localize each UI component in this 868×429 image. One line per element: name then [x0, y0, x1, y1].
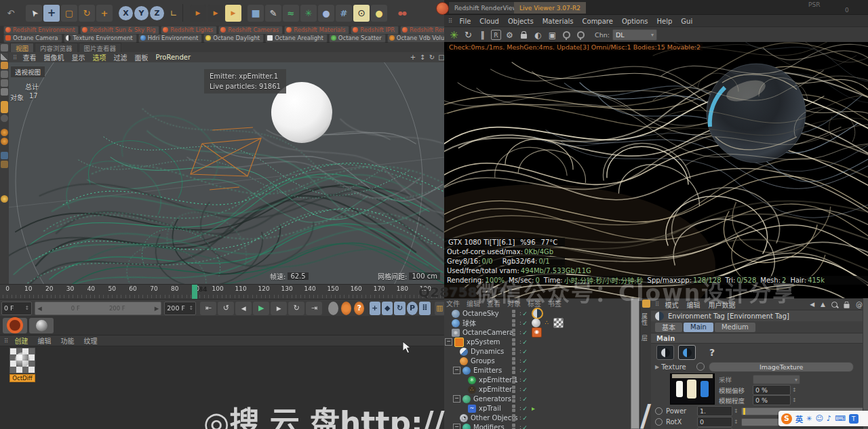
- pause-render-icon[interactable]: [477, 29, 488, 41]
- texture-node-icon[interactable]: [696, 363, 705, 371]
- goto-end-button[interactable]: [306, 302, 322, 315]
- mograph-icon[interactable]: [300, 5, 317, 22]
- octane-material-button[interactable]: [3, 318, 27, 333]
- section-header[interactable]: Main: [651, 333, 868, 344]
- workplane-lock-icon[interactable]: [1, 152, 8, 159]
- snap-icon[interactable]: [1, 129, 8, 136]
- octane-arealight-button[interactable]: Octane Arealight: [265, 34, 328, 43]
- quantize-icon[interactable]: [1, 138, 8, 145]
- rv-menu-help[interactable]: Help: [657, 18, 673, 25]
- ime-keyboard-icon[interactable]: ⌨: [835, 414, 846, 423]
- om-menu-bookmarks[interactable]: 书签: [548, 298, 561, 308]
- enable-check[interactable]: ✓: [519, 415, 528, 422]
- layer-toggle-dots[interactable]: [512, 414, 515, 422]
- enable-axis-icon[interactable]: [1, 101, 8, 113]
- ime-microphone-icon[interactable]: ♪: [827, 414, 831, 423]
- tab-basic[interactable]: 基本: [655, 323, 682, 332]
- enable-check[interactable]: ✓: [519, 320, 528, 327]
- enable-check[interactable]: ✓: [519, 310, 528, 317]
- am-menu-edit[interactable]: 编辑: [687, 300, 701, 310]
- side-tab-layers[interactable]: 层: [640, 335, 652, 341]
- active-panel-icon[interactable]: [642, 300, 650, 308]
- stepper-icon[interactable]: ↕: [734, 419, 738, 425]
- rv-menu-options[interactable]: Options: [622, 18, 648, 25]
- enable-check[interactable]: ✓: [519, 377, 528, 384]
- tree-row-emitters[interactable]: Emitters ✓: [445, 366, 639, 375]
- render-to-picture-viewer-icon[interactable]: [208, 5, 224, 22]
- film-region-icon[interactable]: [547, 29, 558, 41]
- end-frame-field[interactable]: 200 F↕: [164, 302, 196, 315]
- layer-toggle-dots[interactable]: [512, 319, 515, 327]
- texture-environment-button[interactable]: Texture Environment: [64, 34, 137, 43]
- layer-toggle-dots[interactable]: [512, 310, 515, 317]
- timeline-ruler[interactable]: 0102030405060708090100110120130140150160…: [0, 284, 444, 300]
- rv-menu-gui[interactable]: Gui: [681, 18, 692, 25]
- menu-view[interactable]: 查看: [23, 52, 37, 62]
- rv-menu-file[interactable]: File: [460, 18, 471, 25]
- menu-prorender[interactable]: ProRender: [156, 54, 191, 61]
- stepper-icon[interactable]: ↕: [792, 397, 797, 403]
- collapse-toggle[interactable]: [453, 424, 460, 429]
- key-pla-toggle[interactable]: ⠿: [419, 302, 430, 315]
- enable-check[interactable]: ✓: [519, 329, 528, 336]
- x-axis-lock-button[interactable]: X: [119, 6, 133, 20]
- standard-material-button[interactable]: [29, 318, 54, 333]
- tree-row-octanecamera[interactable]: ◉ OctaneCamera ✓ ◉: [445, 328, 637, 337]
- octane-daylight-button[interactable]: Octane Daylight: [203, 34, 264, 43]
- timeline-options-icon[interactable]: ▥: [435, 302, 445, 315]
- om-menu-objects[interactable]: 对象: [507, 298, 521, 308]
- pick-focus-icon[interactable]: [561, 29, 572, 41]
- redshift-cameras-button[interactable]: Redshift Cameras: [218, 26, 283, 35]
- layer-toggle-dots[interactable]: [512, 395, 515, 403]
- menu-display[interactable]: 显示: [72, 52, 85, 62]
- rv-menu-compare[interactable]: Compare: [583, 18, 613, 25]
- ime-sparkle-icon[interactable]: ✳: [806, 415, 812, 422]
- collapse-toggle[interactable]: [453, 367, 460, 374]
- scale-tool-icon[interactable]: [61, 5, 77, 22]
- stepper-icon[interactable]: ↕: [189, 305, 193, 311]
- environment-type-a-icon[interactable]: [656, 345, 674, 360]
- stepper-icon[interactable]: ↕: [734, 408, 738, 414]
- tree-row-modifiers[interactable]: Modifiers ✓: [445, 423, 639, 429]
- autokey-icon[interactable]: [341, 302, 351, 315]
- redshift-ipr-button[interactable]: Redshift IPR: [351, 26, 399, 35]
- viewport-pan-icon[interactable]: +: [409, 54, 417, 62]
- deformer-icon[interactable]: [394, 5, 410, 22]
- ime-emoji-icon[interactable]: ☺: [815, 414, 823, 423]
- goto-start-button[interactable]: [200, 302, 216, 315]
- simulation-icon[interactable]: [283, 5, 299, 22]
- tree-row-xptrail[interactable]: ~ xpTrail ✓ ▸: [445, 404, 654, 413]
- redshift-environment-button[interactable]: Redshift Environment: [3, 26, 79, 35]
- key-scale-toggle[interactable]: ◆: [382, 302, 393, 315]
- texture-button[interactable]: ImageTexture: [709, 362, 854, 372]
- viewport-rotate-icon[interactable]: ↻: [428, 54, 436, 62]
- enable-check[interactable]: ✓: [519, 367, 528, 374]
- render-view-icon[interactable]: [190, 5, 206, 22]
- rotate-tool-icon[interactable]: [79, 5, 95, 22]
- am-menu-mode[interactable]: 模式: [665, 300, 679, 310]
- layer-toggle-dots[interactable]: [512, 424, 515, 429]
- attribute-scrollbar[interactable]: [863, 298, 868, 429]
- magnet-icon[interactable]: [1, 161, 8, 168]
- redshift-sunsky-button[interactable]: Redshift Sun & Sky Rig: [80, 26, 159, 35]
- lock-element-icon[interactable]: [844, 304, 849, 308]
- redshift-materials-button[interactable]: Redshift Materials: [284, 26, 349, 35]
- om-menu-view[interactable]: 查看: [487, 298, 500, 308]
- enable-check[interactable]: ✓: [519, 348, 528, 355]
- keyframe-help-icon[interactable]: ?: [354, 302, 364, 315]
- move-tool-icon[interactable]: [43, 5, 60, 22]
- at-icon[interactable]: @: [856, 301, 863, 308]
- polygons-mode-icon[interactable]: [1, 88, 8, 96]
- environment-type-b-icon[interactable]: [678, 345, 696, 360]
- enable-check[interactable]: ✓: [519, 358, 528, 365]
- render-settings-icon[interactable]: [225, 5, 241, 22]
- material-menu-texture[interactable]: 纹理: [84, 335, 98, 346]
- layer-toggle-dots[interactable]: [512, 348, 515, 355]
- loop-button[interactable]: [288, 302, 304, 315]
- menu-grip-icon[interactable]: ⠿: [655, 301, 660, 308]
- tab-content-browser[interactable]: 内容浏览器: [35, 43, 78, 52]
- play-button[interactable]: [253, 302, 269, 315]
- material-name-label[interactable]: OctDiff: [9, 374, 35, 382]
- layer-toggle-dots[interactable]: [512, 367, 515, 374]
- blur-scale-field[interactable]: 0 %: [753, 395, 791, 405]
